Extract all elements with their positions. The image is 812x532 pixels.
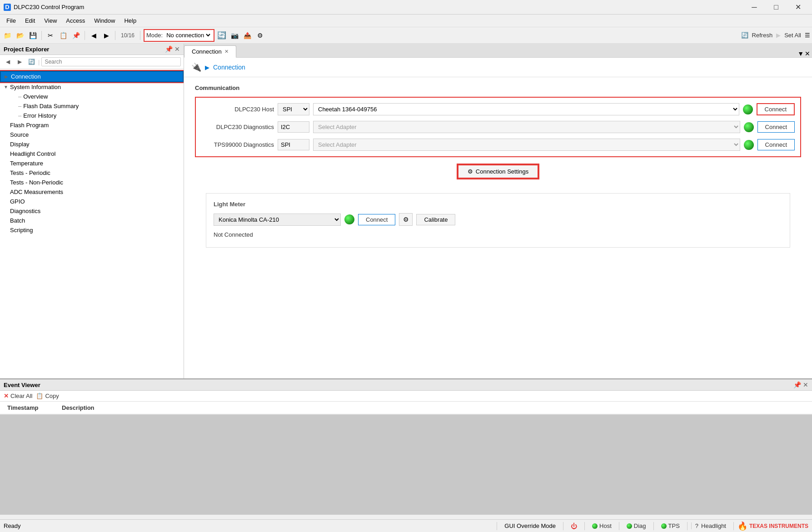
comm-row-tps99000: TPS99000 Diagnostics Select Adapter Conn… [201,139,795,151]
tree-label-source: Source [10,131,29,138]
toolbar-sep-2 [85,31,85,40]
tree-label-scripting: Scripting [10,227,33,234]
status-sep-1 [497,522,497,530]
tree-item-tests-periodic[interactable]: Tests - Periodic [0,168,184,178]
breadcrumb-arrow: ▶ [205,64,209,71]
mode-label: Mode: [146,32,163,39]
ti-label: TEXAS INSTRUMENTS [749,523,808,529]
dlpc230-host-label: DLPC230 Host [201,106,274,113]
refresh-button[interactable]: Refresh [752,32,773,39]
pin-button[interactable]: 📌 [165,45,173,53]
toolbar-new[interactable]: 📁 [2,30,13,41]
tree-item-batch[interactable]: Batch [0,216,184,225]
connection-content: 🔌 ▶ Connection Communication DLPC230 Hos… [184,58,812,378]
comm-row-dlpc230-host: DLPC230 Host SPI I2C Cheetah 1364-049756… [201,103,795,115]
calibrate-button[interactable]: Calibrate [416,214,455,225]
set-all-button[interactable]: Set All [784,32,801,39]
dlpc230-host-adapter[interactable]: Cheetah 1364-049756 [313,103,739,115]
tree-item-headlight-control[interactable]: Headlight Control [0,149,184,159]
dash-flash: – [18,103,21,109]
toolbar-open[interactable]: 📂 [15,30,25,41]
tree-label-batch: Batch [10,217,25,224]
minimize-button[interactable]: ─ [744,0,765,14]
host-label: Host [599,522,612,529]
connection-settings-button[interactable]: ⚙ Connection Settings [458,164,538,179]
dlpc230-diag-connect-button[interactable]: Connect [757,121,795,133]
tree-label-adc: ADC Measurements [10,189,63,195]
clear-all-button[interactable]: ✕ Clear All [4,393,32,399]
dlpc230-diag-adapter[interactable]: Select Adapter [313,121,740,133]
toolbar-refresh-icon[interactable]: 🔄 [216,30,227,41]
tree-item-display[interactable]: Display [0,139,184,149]
tree-item-temperature[interactable]: Temperature [0,159,184,168]
light-meter-device-select[interactable]: Konica Minolta CA-210 [214,214,341,226]
tps99000-label: TPS99000 Diagnostics [201,141,274,148]
toolbar-copy[interactable]: 📋 [58,30,69,41]
tree-label-tests-nonperiodic: Tests - Non-Periodic [10,179,63,186]
menu-access[interactable]: Access [61,15,90,26]
tree-item-overview[interactable]: – Overview [0,92,184,101]
tree-item-scripting[interactable]: Scripting [0,225,184,235]
ti-logo: 🔥 TEXAS INSTRUMENTS [737,521,808,531]
tree-item-system-info[interactable]: ▼ System Information [0,82,184,92]
nav-refresh-button[interactable]: 🔄 [26,57,36,67]
event-viewer-close[interactable]: ✕ [803,381,808,388]
event-viewer-pin[interactable]: 📌 [793,381,801,388]
tab-connection-label: Connection [192,48,222,55]
status-ready: Ready [4,522,493,529]
menu-window[interactable]: Window [90,15,120,26]
menu-view[interactable]: View [40,15,61,26]
toolbar-export[interactable]: 📤 [242,30,253,41]
tps99000-connect-button[interactable]: Connect [757,139,795,150]
search-input[interactable] [41,57,181,66]
menu-edit[interactable]: Edit [20,15,40,26]
tree-item-source[interactable]: Source [0,130,184,139]
toolbar-back[interactable]: ◀ [88,30,99,41]
dlpc230-diag-status [744,122,754,132]
tab-connection[interactable]: Connection ✕ [184,45,236,58]
col-description: Description [58,403,808,412]
tree-item-flash-program[interactable]: Flash Program [0,120,184,130]
tree-item-flash-data[interactable]: – Flash Data Summary [0,101,184,111]
tree-item-diagnostics[interactable]: Diagnostics [0,206,184,216]
tab-close-all-button[interactable]: ✕ [805,50,810,57]
tab-dropdown-button[interactable]: ▼ [797,50,804,57]
close-panel-button[interactable]: ✕ [174,45,180,53]
status-sep-3 [584,522,585,530]
toolbar-forward[interactable]: ▶ [101,30,112,41]
menu-help[interactable]: Help [120,15,141,26]
nav-forward-button[interactable]: ▶ [15,57,25,67]
tree-item-connection[interactable]: ▶ Connection [0,71,184,82]
content-panel: Connection ✕ ▼ ✕ 🔌 ▶ Connection Communic… [184,44,812,378]
toolbar-paste[interactable]: 📌 [70,30,81,41]
tps-status-dot [661,523,667,529]
tree-item-adc[interactable]: ADC Measurements [0,187,184,197]
tree-item-gpio[interactable]: GPIO [0,197,184,206]
maximize-button[interactable]: □ [766,0,787,14]
dlpc230-host-connect-button[interactable]: Connect [757,103,795,115]
tps99000-adapter[interactable]: Select Adapter [313,139,740,151]
nav-back-button[interactable]: ◀ [3,57,13,67]
toolbar-settings[interactable]: ⚙ [254,30,265,41]
toolbar-cut[interactable]: ✂ [45,30,56,41]
tab-close-button[interactable]: ✕ [224,49,229,55]
tps99000-protocol [278,139,309,150]
toolbar-snapshot[interactable]: 📷 [229,30,240,41]
event-body [0,415,812,515]
comm-row-dlpc230-diag: DLPC230 Diagnostics Select Adapter Conne… [201,121,795,133]
question-icon: ? [695,522,698,529]
copy-button[interactable]: 📋 Copy [36,393,59,399]
tree-item-tests-nonperiodic[interactable]: Tests - Non-Periodic [0,178,184,187]
dlpc230-host-protocol[interactable]: SPI I2C [278,103,309,115]
tree-label-system-info: System Information [10,84,61,90]
close-button[interactable]: ✕ [787,0,808,14]
light-meter-connect-button[interactable]: Connect [358,214,395,225]
tree-item-error-history[interactable]: – Error History [0,111,184,120]
toolbar-right: 🔄 Refresh ▶ Set All ☰ [741,32,810,39]
mode-dropdown[interactable]: No connection USB SPI [164,31,212,39]
light-meter-settings-button[interactable]: ⚙ [399,213,413,226]
menu-file[interactable]: File [2,15,20,26]
toolbar-save[interactable]: 💾 [27,30,38,41]
title-bar: D DLPC230 Control Program ─ □ ✕ [0,0,812,15]
headlight-label: Headlight [701,522,726,529]
